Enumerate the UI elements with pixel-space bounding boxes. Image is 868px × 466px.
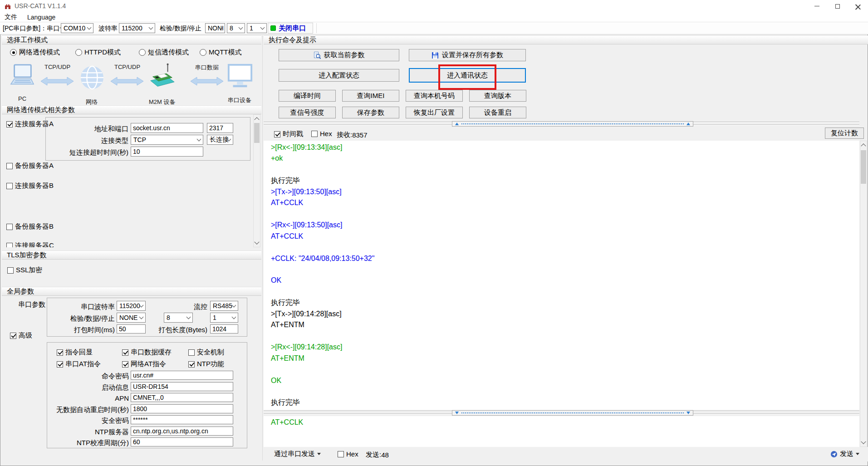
scroll-down-icon[interactable]: [254, 240, 260, 247]
g-databits-select[interactable]: 8: [164, 313, 193, 323]
g-stopbits-select[interactable]: 1: [210, 313, 238, 323]
log-line: 执行完毕: [271, 397, 374, 408]
menu-item-file[interactable]: 文件: [5, 13, 17, 21]
work-mode-option[interactable]: 网络透传模式: [10, 48, 60, 57]
log-lines: >[Rx<-][09:13:34][asc]+ok 执行完毕>[Tx->][09…: [271, 142, 374, 408]
chevron-down-icon: [317, 453, 321, 455]
query-version-button[interactable]: 查询版本: [469, 90, 526, 102]
work-mode-option[interactable]: HTTPD模式: [75, 48, 121, 57]
checkbox-unchecked-icon: [311, 131, 318, 137]
menu-item-language[interactable]: Language: [27, 14, 55, 21]
chevron-down-icon: [139, 315, 144, 319]
com-port-select[interactable]: COM10: [61, 23, 93, 33]
button-label: 保存参数: [357, 108, 384, 117]
short-conn-timeout-input[interactable]: 10: [131, 147, 203, 157]
flag-checkbox[interactable]: NTP功能: [188, 360, 224, 368]
send-icon: [830, 451, 838, 458]
send-text-area[interactable]: AT+CCLK: [264, 416, 859, 447]
stopbits-select[interactable]: 1: [247, 23, 267, 33]
log-scrollbar[interactable]: [860, 141, 867, 447]
g-baud-select[interactable]: 115200: [117, 301, 146, 311]
log-area[interactable]: >[Rx<-][09:13:34][asc]+ok 执行完毕>[Tx->][09…: [264, 141, 859, 410]
scroll-up-icon[interactable]: [254, 115, 260, 122]
parity-select[interactable]: NONI: [205, 23, 225, 33]
field-input[interactable]: usr.cn#: [131, 371, 233, 380]
parity-label: 检验/数据/停止: [160, 25, 201, 33]
compile-time-button[interactable]: 编译时间: [279, 90, 336, 102]
field-input[interactable]: CMNET,,,0: [131, 393, 233, 402]
work-mode-option[interactable]: 短信透传模式: [139, 48, 189, 57]
collapse-down-icon[interactable]: [455, 412, 459, 414]
enter-config-state-button[interactable]: 进入配置状态: [279, 69, 399, 82]
device-restart-button[interactable]: 设备重启: [469, 107, 526, 118]
rx-hex-checkbox[interactable]: Hex: [311, 130, 332, 137]
close-port-button[interactable]: 关闭串口: [268, 23, 313, 34]
field-input[interactable]: ******: [131, 415, 233, 424]
flag-checkbox[interactable]: 指令回显: [57, 348, 93, 357]
tx-hex-checkbox[interactable]: Hex: [338, 450, 358, 458]
databits-select[interactable]: 8: [227, 23, 245, 33]
net-params-header: 网络透传模式相关参数: [2, 105, 261, 114]
packtime-input[interactable]: 50: [117, 324, 146, 334]
log-line: AT+CCLK: [271, 197, 374, 208]
timestamp-checkbox[interactable]: 时间戳: [274, 130, 303, 138]
flag-checkbox[interactable]: 网络AT指令: [122, 360, 166, 368]
field-input[interactable]: USR-DR154: [131, 382, 233, 391]
scrollbar-thumb[interactable]: [254, 123, 260, 143]
query-signal-strength-button[interactable]: 查信号强度: [279, 107, 336, 118]
query-imei-button[interactable]: 查询IMEI: [342, 90, 399, 102]
server-checkbox[interactable]: 连接服务器B: [6, 181, 54, 190]
flag-checkbox[interactable]: 串口数据缓存: [122, 348, 172, 357]
scroll-up-icon[interactable]: [860, 141, 867, 148]
keepalive-select[interactable]: 长连接: [207, 135, 233, 145]
short-conn-timeout-label: 短连接超时时间(秒): [50, 148, 128, 157]
tls-header: TLS加密参数: [2, 250, 261, 260]
conn-type-select[interactable]: TCP: [131, 135, 203, 145]
flag-checkbox[interactable]: 串口AT指令: [57, 360, 101, 368]
minimize-icon[interactable]: [807, 0, 827, 12]
set-save-all-params-button[interactable]: 设置并保存所有参数: [409, 49, 526, 61]
collapse-up-icon[interactable]: [687, 123, 690, 125]
log-line: [271, 364, 374, 375]
packlen-input[interactable]: 1024: [210, 324, 238, 334]
advanced-checkbox[interactable]: 高级: [10, 331, 32, 340]
node-label: 串口设备: [228, 96, 251, 104]
collapse-down-icon[interactable]: [687, 412, 690, 414]
flag-checkbox[interactable]: 安全机制: [188, 348, 224, 357]
query-local-number-button[interactable]: 查询本机号码: [406, 90, 463, 102]
reset-count-button[interactable]: 复位计数: [825, 128, 864, 139]
server-a-port-input[interactable]: 2317: [207, 123, 233, 133]
scroll-down-icon[interactable]: [860, 439, 867, 446]
field-input[interactable]: 60: [131, 437, 233, 446]
server-a-groupbox: 地址和端口 socket.usr.cn 2317 连接类型 TCP 长连接 短连…: [45, 117, 250, 161]
save-params-button[interactable]: 保存参数: [342, 107, 399, 118]
log-line: OK: [271, 275, 374, 286]
ssl-checkbox[interactable]: SSL加密: [7, 266, 42, 275]
maximize-icon[interactable]: [827, 0, 848, 12]
splitter-handle[interactable]: [452, 410, 693, 416]
baud-label: 波特率: [98, 25, 118, 33]
server-checkbox[interactable]: 连接服务器C: [6, 241, 54, 247]
work-mode-option[interactable]: MQTT模式: [200, 48, 242, 57]
flow-select[interactable]: RS485: [210, 301, 238, 311]
get-params-button[interactable]: 获取当前参数: [279, 49, 399, 61]
send-mode-dropdown[interactable]: 通过串口发送: [274, 450, 321, 458]
params-scrollbar[interactable]: [253, 114, 260, 247]
baud-select[interactable]: 115200: [119, 23, 155, 33]
field-input[interactable]: 1800: [131, 404, 233, 413]
splitter-handle[interactable]: [452, 121, 693, 127]
factory-reset-button[interactable]: 恢复出厂设置: [406, 107, 463, 118]
link-label: TCP/UDP: [44, 64, 70, 70]
scrollbar-thumb[interactable]: [861, 150, 866, 184]
g-parity-select[interactable]: NONE: [117, 313, 146, 323]
server-checkbox[interactable]: 备份服务器A: [6, 162, 54, 170]
flag-label: NTP功能: [197, 360, 224, 368]
send-button[interactable]: 发送: [830, 450, 859, 458]
radio-icon: [75, 49, 82, 56]
server-checkbox[interactable]: 备份服务器B: [6, 222, 54, 231]
field-input[interactable]: cn.ntp.org.cn,us.ntp.org.cn: [131, 427, 233, 436]
server-a-address-input[interactable]: socket.usr.cn: [131, 123, 203, 133]
close-icon[interactable]: [848, 0, 868, 12]
flow-label: 流控: [148, 303, 207, 311]
collapse-up-icon[interactable]: [455, 123, 459, 125]
